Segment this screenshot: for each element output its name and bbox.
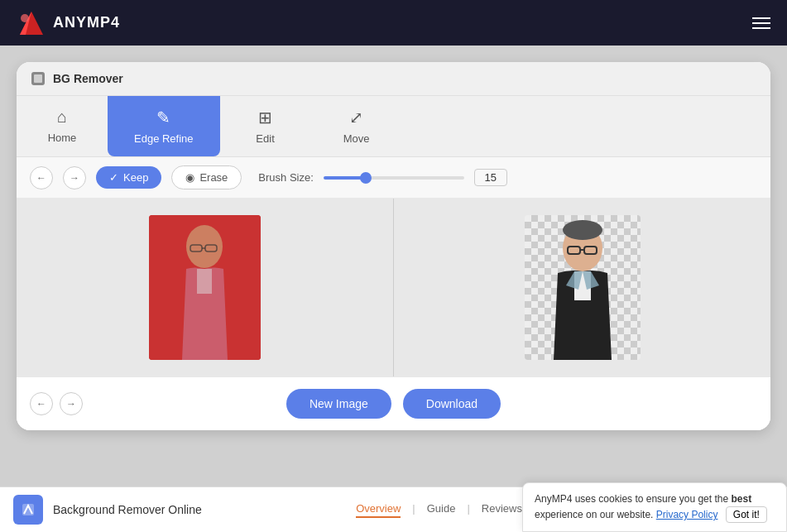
svg-point-2 <box>21 14 29 22</box>
erase-button[interactable]: ◉ Erase <box>171 165 242 189</box>
logo-area: ANYMP4 <box>17 8 120 38</box>
result-image-panel <box>394 199 770 376</box>
tab-bar: ⌂ Home ✎ Edge Refine ⊞ Edit ⤢ Move <box>17 96 770 157</box>
keep-label: Keep <box>123 171 148 184</box>
undo-button[interactable]: ← <box>30 166 53 189</box>
tab-edit[interactable]: ⊞ Edit <box>220 96 311 156</box>
footer-nav-overview[interactable]: Overview <box>356 502 401 518</box>
brush-size-value: 15 <box>474 169 507 186</box>
tab-home[interactable]: ⌂ Home <box>17 96 108 156</box>
tab-edge-refine-label: Edge Refine <box>134 132 194 145</box>
cookie-text: AnyMP4 uses cookies to ensure you get th… <box>535 491 775 523</box>
footer-title: Background Remover Online <box>53 503 202 516</box>
main-content: BG Remover ⌂ Home ✎ Edge Refine ⊞ Edit ⤢… <box>0 46 787 486</box>
nav-sep-2: | <box>467 502 469 518</box>
nav-sep-1: | <box>412 502 415 518</box>
image-area <box>17 199 770 376</box>
cookie-text-part2: experience on our website. <box>535 509 653 520</box>
download-button[interactable]: Download <box>403 389 501 419</box>
logo-text: ANYMP4 <box>53 14 120 31</box>
app-header: ANYMP4 <box>0 0 787 46</box>
tab-edge-refine[interactable]: ✎ Edge Refine <box>108 96 220 156</box>
home-icon: ⌂ <box>57 108 67 127</box>
card-title: BG Remover <box>53 72 123 85</box>
tab-edit-label: Edit <box>256 132 274 145</box>
person-cutout <box>525 215 641 360</box>
erase-label: Erase <box>199 171 228 184</box>
edge-refine-icon: ✎ <box>156 108 170 127</box>
bg-remover-card: BG Remover ⌂ Home ✎ Edge Refine ⊞ Edit ⤢… <box>17 62 770 430</box>
cookie-banner: AnyMP4 uses cookies to ensure you get th… <box>522 482 787 532</box>
prev-image-button[interactable]: ← <box>30 392 53 415</box>
svg-rect-11 <box>197 269 212 294</box>
erase-icon: ◉ <box>185 171 194 184</box>
cookie-got-it-button[interactable]: Got it! <box>726 506 767 523</box>
card-header: BG Remover <box>17 62 770 96</box>
person-with-mask <box>149 215 261 360</box>
original-image <box>149 215 261 360</box>
cookie-bold-text: best <box>731 493 751 505</box>
card-bottom-bar: ← → New Image Download <box>17 376 770 430</box>
tab-home-label: Home <box>48 132 77 144</box>
cookie-privacy-link[interactable]: Privacy Policy <box>656 509 718 520</box>
cookie-text-part1: AnyMP4 uses cookies to ensure you get th… <box>535 493 728 505</box>
brush-size-slider[interactable] <box>324 176 464 180</box>
footer-nav-guide[interactable]: Guide <box>427 502 456 518</box>
edit-icon: ⊞ <box>258 108 272 127</box>
svg-rect-4 <box>34 74 42 83</box>
bottom-actions: New Image Download <box>286 389 501 419</box>
new-image-button[interactable]: New Image <box>286 389 391 419</box>
result-image <box>525 215 641 360</box>
footer-nav-reviews[interactable]: Reviews <box>482 502 522 518</box>
original-image-panel <box>17 199 394 376</box>
footer-app-icon <box>13 495 43 525</box>
hamburger-menu[interactable] <box>752 17 770 29</box>
redo-button[interactable]: → <box>63 166 86 189</box>
keep-checkmark-icon: ✓ <box>109 171 118 184</box>
next-image-button[interactable]: → <box>60 392 83 415</box>
tab-move-label: Move <box>343 132 370 145</box>
logo-icon <box>17 8 46 38</box>
tab-move[interactable]: ⤢ Move <box>311 96 402 156</box>
keep-button[interactable]: ✓ Keep <box>96 166 161 189</box>
brush-size-label: Brush Size: <box>258 171 313 184</box>
svg-point-13 <box>563 220 602 240</box>
card-header-icon <box>30 70 46 87</box>
toolbar: ← → ✓ Keep ◉ Erase Brush Size: 15 <box>17 157 770 199</box>
move-icon: ⤢ <box>349 108 363 127</box>
